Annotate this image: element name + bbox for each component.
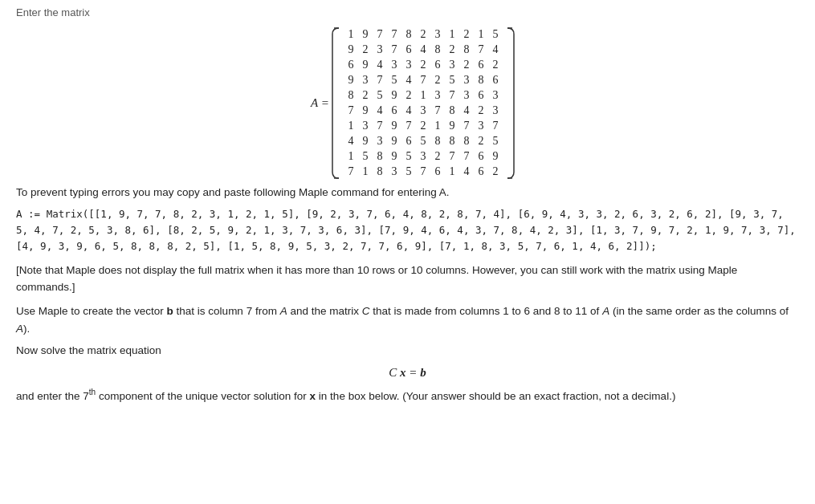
matrix-cell: 6 — [345, 58, 357, 72]
matrix-cell: 3 — [475, 119, 487, 133]
matrix-cell: 1 — [475, 27, 487, 42]
matrix-cell: 2 — [461, 27, 472, 42]
matrix-cell: 3 — [360, 73, 371, 87]
matrix-cell: 5 — [360, 149, 371, 164]
matrix-cell: 7 — [374, 119, 385, 133]
matrix-cell: 1 — [418, 88, 429, 103]
matrix-cell: 9 — [389, 119, 400, 133]
matrix-cell: 1 — [345, 27, 357, 42]
matrix-cell: 2 — [360, 88, 371, 103]
matrix-cell: 6 — [490, 73, 501, 87]
matrix-cell: 8 — [446, 134, 458, 148]
matrix-cell: 7 — [345, 104, 357, 118]
right-bracket — [504, 26, 517, 180]
matrix-cell: 2 — [446, 43, 458, 57]
hint-text: To prevent typing errors you may copy an… — [16, 186, 799, 198]
matrix-cell: 4 — [345, 134, 357, 148]
matrix-cell: 3 — [432, 88, 443, 103]
matrix-cell: 1 — [345, 119, 357, 133]
matrix-cell: 2 — [418, 119, 429, 133]
matrix-section: A = 197782312159237648287469433263262937… — [16, 26, 799, 180]
note-block: [Note that Maple does not display the fu… — [16, 262, 799, 296]
matrix-cell: 7 — [418, 73, 429, 87]
matrix-cell: 1 — [446, 165, 458, 179]
matrix-cell: 8 — [432, 134, 443, 148]
matrix-cell: 8 — [403, 27, 414, 42]
matrix-cell: 4 — [490, 43, 501, 57]
matrix-cell: 3 — [490, 88, 501, 103]
matrix-cell: 5 — [403, 149, 414, 164]
matrix-cell: 7 — [475, 43, 487, 57]
matrix-cell: 2 — [403, 88, 414, 103]
matrix-cell: 2 — [490, 58, 501, 72]
maple-command-block: A := Matrix([[1, 9, 7, 7, 8, 2, 3, 1, 2,… — [16, 206, 799, 254]
matrix-cell: 6 — [432, 58, 443, 72]
matrix-cell: 3 — [446, 58, 458, 72]
matrix-cell: 7 — [374, 27, 385, 42]
matrix-cell: 9 — [360, 104, 371, 118]
matrix-cell: 7 — [446, 149, 458, 164]
matrix-cell: 9 — [345, 43, 357, 57]
matrix-cell: 9 — [446, 119, 458, 133]
matrix-cell: 3 — [418, 149, 429, 164]
matrix-cell: 7 — [461, 119, 472, 133]
matrix-cell: 5 — [389, 73, 400, 87]
matrix-cell: 9 — [360, 58, 371, 72]
matrix-cell: 1 — [432, 119, 443, 133]
matrix-cell: 3 — [490, 104, 501, 118]
matrix-cell: 4 — [461, 104, 472, 118]
matrix-cell: 8 — [432, 43, 443, 57]
maple-command-text: A := Matrix([[1, 9, 7, 7, 8, 2, 3, 1, 2,… — [16, 208, 796, 252]
matrix-cell: 6 — [475, 58, 487, 72]
matrix-cell: 3 — [374, 134, 385, 148]
matrix-cell: 3 — [360, 119, 371, 133]
matrix-table: 1977823121592376482874694332632629375472… — [342, 26, 504, 180]
matrix-cell: 7 — [389, 43, 400, 57]
matrix-cell: 9 — [389, 149, 400, 164]
page-title: Enter the matrix — [16, 6, 799, 18]
matrix-cell: 2 — [418, 27, 429, 42]
matrix-cell: 7 — [418, 165, 429, 179]
matrix-cell: 7 — [446, 88, 458, 103]
matrix-cell: 3 — [418, 104, 429, 118]
matrix-cell: 4 — [403, 104, 414, 118]
matrix-cell: 6 — [475, 165, 487, 179]
equation-display: C x = b — [16, 366, 799, 380]
matrix-cell: 7 — [389, 27, 400, 42]
matrix-cell: 5 — [374, 88, 385, 103]
matrix-cell: 2 — [360, 43, 371, 57]
matrix-label: A = — [311, 96, 329, 110]
matrix-cell: 2 — [461, 58, 472, 72]
matrix-cell: 9 — [389, 134, 400, 148]
matrix-cell: 4 — [403, 73, 414, 87]
matrix-cell: 6 — [389, 104, 400, 118]
matrix-cell: 3 — [389, 165, 400, 179]
matrix-cell: 9 — [360, 134, 371, 148]
matrix-cell: 6 — [403, 134, 414, 148]
matrix-cell: 2 — [475, 104, 487, 118]
use-maple-instruction: Use Maple to create the vector b that is… — [16, 303, 799, 337]
matrix-cell: 8 — [461, 43, 472, 57]
matrix-cell: 4 — [374, 104, 385, 118]
left-bracket — [329, 26, 342, 180]
matrix-cell: 2 — [432, 73, 443, 87]
matrix-cell: 3 — [432, 27, 443, 42]
matrix-cell: 9 — [360, 27, 371, 42]
matrix-cell: 1 — [345, 149, 357, 164]
matrix-cell: 9 — [345, 73, 357, 87]
matrix-cell: 7 — [461, 149, 472, 164]
matrix-cell: 8 — [475, 73, 487, 87]
matrix-cell: 8 — [374, 149, 385, 164]
matrix-cell: 7 — [490, 119, 501, 133]
matrix-cell: 7 — [403, 119, 414, 133]
matrix-cell: 8 — [345, 88, 357, 103]
now-solve-text: Now solve the matrix equation — [16, 342, 799, 360]
matrix-cell: 3 — [403, 58, 414, 72]
matrix-cell: 4 — [461, 165, 472, 179]
matrix-cell: 6 — [475, 88, 487, 103]
matrix-cell: 9 — [490, 149, 501, 164]
matrix-cell: 2 — [432, 149, 443, 164]
matrix-cell: 1 — [360, 165, 371, 179]
matrix-cell: 5 — [418, 134, 429, 148]
matrix-cell: 6 — [475, 149, 487, 164]
